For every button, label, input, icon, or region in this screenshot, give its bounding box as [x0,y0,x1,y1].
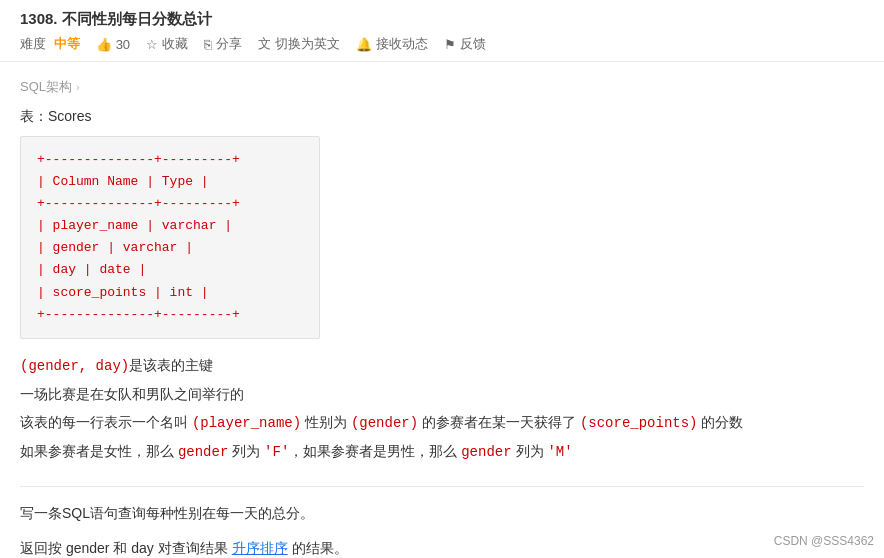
like-item[interactable]: 👍 30 [96,37,130,52]
share-icon: ⎘ [204,37,212,52]
schema-row-day: | day | date | [37,259,303,281]
translate-icon: 文 [258,35,271,53]
desc-line2: 一场比赛是在女队和男队之间举行的 [20,380,864,408]
schema-separator-top: +--------------+---------+ [37,149,303,171]
query-description: 写一条SQL语句查询每种性别在每一天的总分。 [20,501,864,526]
return-col-day: day [131,540,154,556]
footer-credit: CSDN @SSS4362 [774,534,874,548]
notify-item[interactable]: 🔔 接收动态 [356,35,428,53]
schema-separator-bot: +--------------+---------+ [37,304,303,326]
return-description: 返回按 gender 和 day 对查询结果 升序排序 的结果。 [20,536,864,558]
schema-row-gender: | gender | varchar | [37,237,303,259]
return-col-gender: gender [66,540,110,556]
feedback-item[interactable]: ⚑ 反馈 [444,35,486,53]
breadcrumb[interactable]: SQL架构 › [20,78,864,96]
sort-link[interactable]: 升序排序 [232,540,288,556]
schema-row-score: | score_points | int | [37,282,303,304]
star-icon: ☆ [146,37,158,52]
problem-title: 1308. 不同性别每日分数总计 [20,10,864,29]
schema-header-row: | Column Name | Type | [37,171,303,193]
table-label: 表：Scores [20,108,864,126]
desc-line4: 如果参赛者是女性，那么 gender 列为 'F'，如果参赛者是男性，那么 ge… [20,437,864,466]
schema-separator-mid: +--------------+---------+ [37,193,303,215]
meta-bar: 难度 中等 👍 30 ☆ 收藏 ⎘ 分享 文 切换为英文 🔔 接收动态 ⚑ 反馈 [20,35,864,53]
share-item[interactable]: ⎘ 分享 [204,35,242,53]
desc-line1: (gender, day)是该表的主键 [20,351,864,380]
schema-box: +--------------+---------+ | Column Name… [20,136,320,339]
difficulty-value: 中等 [54,36,80,51]
feedback-icon: ⚑ [444,37,456,52]
main-content: SQL架构 › 表：Scores +--------------+-------… [0,62,884,558]
schema-row-player: | player_name | varchar | [37,215,303,237]
collect-item[interactable]: ☆ 收藏 [146,35,188,53]
desc-line3: 该表的每一行表示一个名叫 (player_name) 性别为 (gender) … [20,408,864,437]
divider [20,486,864,487]
difficulty-label: 难度 中等 [20,35,80,53]
switch-lang-item[interactable]: 文 切换为英文 [258,35,340,53]
thumb-up-icon: 👍 [96,37,112,52]
top-bar: 1308. 不同性别每日分数总计 难度 中等 👍 30 ☆ 收藏 ⎘ 分享 文 … [0,0,884,62]
bell-icon: 🔔 [356,37,372,52]
description-block: (gender, day)是该表的主键 一场比赛是在女队和男队之间举行的 该表的… [20,351,864,466]
breadcrumb-arrow: › [76,81,80,93]
